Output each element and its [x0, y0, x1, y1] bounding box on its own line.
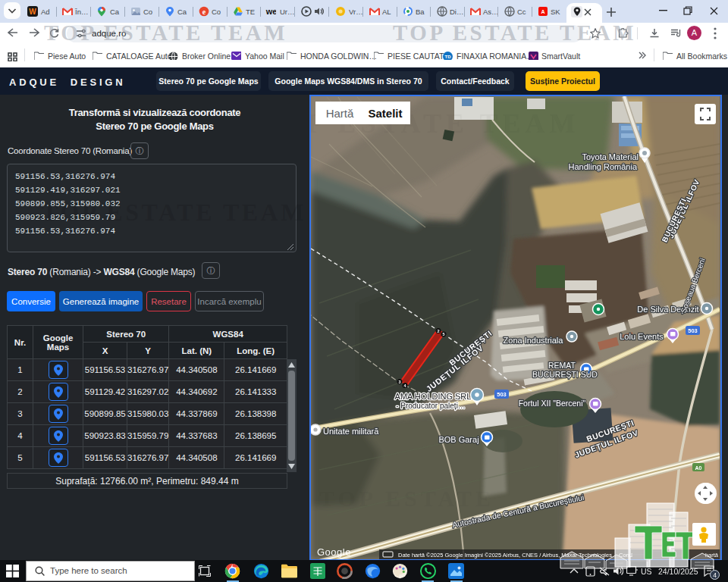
svg-text:503: 503	[497, 391, 507, 398]
svg-text:A0: A0	[695, 465, 702, 471]
svg-text:e: e	[202, 8, 206, 16]
svg-text:A: A	[541, 9, 544, 14]
svg-text:Hartă: Hartă	[326, 107, 354, 120]
svg-text:TD: TD	[445, 55, 452, 59]
svg-text:Handling România: Handling România	[569, 162, 638, 171]
svg-text:we: we	[265, 7, 276, 16]
svg-text:Fortul XII "Berceni": Fortul XII "Berceni"	[519, 399, 586, 408]
svg-text:Google: Google	[317, 546, 351, 558]
svg-text:AMA HOLDING SRL: AMA HOLDING SRL	[395, 392, 472, 401]
svg-text:REMAT: REMAT	[548, 361, 576, 370]
svg-text:5: 5	[442, 332, 444, 336]
svg-text:Unitate militară: Unitate militară	[323, 427, 379, 436]
svg-text:W: W	[29, 8, 36, 16]
svg-text:BUCUREȘTI SUD: BUCUREȘTI SUD	[532, 370, 598, 379]
svg-text:Toyota Material: Toyota Material	[582, 152, 639, 161]
svg-text:TOP ESTATE: TOP ESTATE	[319, 486, 494, 511]
svg-text:BOB Garaj: BOB Garaj	[438, 435, 479, 444]
svg-text:Zona Industriala: Zona Industriala	[504, 336, 564, 345]
svg-text:Satelit: Satelit	[368, 107, 402, 120]
svg-text:- Producator paleți…: - Producator paleți…	[396, 402, 466, 410]
svg-text:Lolu Events: Lolu Events	[620, 332, 664, 341]
svg-text:2: 2	[437, 329, 439, 333]
svg-text:503: 503	[688, 327, 698, 334]
svg-text:3: 3	[398, 380, 400, 384]
